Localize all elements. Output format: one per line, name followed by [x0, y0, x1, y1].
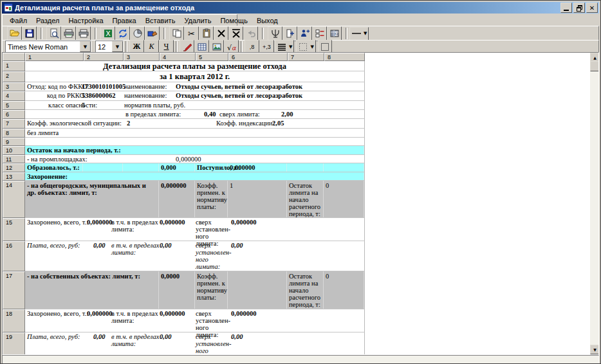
close-button[interactable]: ✕: [586, 3, 598, 13]
grid-row-body[interactable]: - на общегородских, муниципальных и др. …: [25, 181, 365, 218]
grid-row-body[interactable]: [25, 138, 365, 146]
chevron-down-icon[interactable]: ▼: [112, 41, 123, 52]
person-icon[interactable]: [297, 26, 312, 41]
grid-col-header[interactable]: 1: [25, 53, 84, 61]
link-cells-icon[interactable]: [312, 26, 327, 41]
delete-icon[interactable]: [214, 26, 228, 41]
minimize-button[interactable]: [560, 3, 572, 13]
grid-cell[interactable]: Остаток лимита на начало расчетного пери…: [287, 271, 324, 309]
grid-row-body[interactable]: Детализация расчета платы за размещение …: [25, 61, 365, 71]
grid-row-header[interactable]: 12: [3, 163, 25, 172]
grid-row-body[interactable]: - на собственных объектах: лимит, т:0,00…: [25, 271, 365, 309]
grid-row-body[interactable]: Захоронено, всего, т.:0,000000в т.ч. в п…: [25, 218, 365, 241]
grid-row-body[interactable]: в пределах лимита:0,40сверх лимита:2,00: [25, 110, 365, 119]
grid-row-header[interactable]: 2: [3, 71, 25, 82]
menu-item-правка[interactable]: Правка: [108, 16, 141, 25]
grid-row-header[interactable]: 14: [3, 181, 25, 218]
grid-cell[interactable]: - на общегородских, муниципальных и др. …: [25, 181, 159, 217]
borders-dropdown[interactable]: ▼: [296, 40, 315, 53]
paste-icon[interactable]: [199, 26, 214, 41]
menu-item-помощь[interactable]: Помощь: [216, 16, 252, 25]
grid-cell[interactable]: Коэфф. примен. к нормативу платы:: [195, 181, 228, 217]
grid-row-header[interactable]: 16: [3, 241, 25, 271]
grid-cell[interactable]: Коэфф. примен. к нормативу платы:: [195, 271, 228, 309]
grid-cell[interactable]: Образовалось, т.:: [25, 163, 83, 172]
grid-row-body[interactable]: за 1 квартал 2012 г.: [25, 71, 365, 82]
grid-cell[interactable]: 0,0000: [159, 271, 195, 309]
grid-cell[interactable]: Остаток лимита на начало расчетного пери…: [287, 181, 324, 217]
undo-icon[interactable]: [243, 26, 258, 41]
grid-row-header[interactable]: 11: [3, 155, 25, 163]
print-icon[interactable]: [76, 26, 91, 41]
grid-col-header[interactable]: 2: [84, 53, 124, 61]
align-dropdown[interactable]: ▼: [275, 40, 294, 53]
grid-cell[interactable]: 0: [324, 271, 364, 309]
chart-icon[interactable]: [130, 26, 145, 41]
grid-row-body[interactable]: без лимита: [25, 129, 365, 138]
grid-cell[interactable]: [287, 163, 324, 172]
grid-row-body[interactable]: код по РККО:5386000062наименование:Отход…: [25, 91, 365, 101]
grid-row-header[interactable]: 4: [3, 91, 25, 101]
grid-row-body[interactable]: Плата, всего, руб:0,00в т.ч. в пределах …: [25, 332, 365, 355]
restore-button[interactable]: [573, 3, 585, 13]
menu-item-вставить[interactable]: Вставить: [141, 16, 180, 25]
grid-row-header[interactable]: 8: [3, 129, 25, 138]
grid-row-body[interactable]: Образовалось, т.:0,000Поступило, т.:0,00…: [25, 163, 365, 172]
grid-cell[interactable]: [324, 163, 364, 172]
grid-row-header[interactable]: 7: [3, 119, 25, 129]
grid-cell[interactable]: 1: [228, 181, 287, 217]
vertical-scrollbar[interactable]: ▲ ▼: [590, 53, 598, 354]
grid-cell[interactable]: 0,000: [159, 163, 195, 172]
copy-icon[interactable]: [169, 26, 184, 41]
grid-cell[interactable]: - на собственных объектах: лимит, т:: [25, 271, 159, 309]
grid-row-body[interactable]: Коэфф. экологической ситуации:2Коэфф. ин…: [25, 119, 365, 129]
grid-row-header[interactable]: 10: [3, 146, 25, 155]
grid-row-header[interactable]: 15: [3, 218, 25, 241]
grid-col-header[interactable]: 3: [124, 53, 160, 61]
grid-col-header[interactable]: 5: [196, 53, 228, 61]
grid-cell[interactable]: Детализация расчета платы за размещение …: [25, 61, 364, 71]
scroll-down-icon[interactable]: ▼: [590, 345, 599, 354]
horizontal-scrollbar[interactable]: [2, 355, 599, 364]
grid-row-header[interactable]: 9: [3, 138, 25, 146]
grid-cell[interactable]: Остаток на начало периода, т.:: [25, 146, 364, 154]
grid-row-body[interactable]: Остаток на начало периода, т.:: [25, 146, 365, 155]
total-table-icon[interactable]: Σ: [327, 26, 342, 41]
grid-row-header[interactable]: 6: [3, 110, 25, 119]
grid-cell[interactable]: [123, 163, 159, 172]
send-icon[interactable]: [145, 26, 160, 41]
grid-cell[interactable]: 0,000000: [228, 163, 287, 172]
grid-row-body[interactable]: Отход: код по ФККО:1730010101005наименов…: [25, 82, 365, 91]
grid-row-body[interactable]: Захоронено, всего, т.:0,000000в т.ч. в п…: [25, 309, 365, 332]
line-style-dropdown[interactable]: ▼: [349, 27, 369, 41]
menu-item-файл[interactable]: Файл: [5, 16, 32, 25]
grid-col-header[interactable]: 4: [160, 53, 196, 61]
cut-icon[interactable]: ✂: [184, 26, 199, 41]
grid-col-header[interactable]: 6: [228, 53, 288, 61]
grid-row-header[interactable]: 19: [3, 332, 25, 355]
grid-row-header[interactable]: 17: [3, 271, 25, 309]
menu-item-выход[interactable]: Выход: [252, 16, 282, 25]
grid-row-body[interactable]: Плата, всего, руб:0,00в т.ч. в пределах …: [25, 241, 365, 271]
print-preview-icon[interactable]: [46, 26, 61, 41]
menu-item-настройка[interactable]: Настройка: [64, 16, 107, 25]
grid-row-header[interactable]: 1: [3, 61, 25, 71]
menu-item-раздел[interactable]: Раздел: [32, 16, 64, 25]
grid-row-body[interactable]: - на промплощадках:0,000000: [25, 155, 365, 163]
fill-square-dropdown[interactable]: [318, 40, 332, 53]
grid-cell[interactable]: 0: [324, 181, 364, 217]
grid-row-header[interactable]: 18: [3, 309, 25, 332]
open-folder-icon[interactable]: [7, 26, 22, 41]
grid-col-header[interactable]: 8: [324, 53, 365, 61]
delete-all-icon[interactable]: [228, 26, 243, 41]
grid-cell[interactable]: Захоронение:: [25, 172, 364, 180]
grid-cell[interactable]: 0,000000: [159, 181, 195, 217]
grid-cell[interactable]: [83, 163, 123, 172]
grid-cell[interactable]: за 1 квартал 2012 г.: [25, 71, 364, 82]
save-icon[interactable]: [22, 26, 37, 41]
chevron-down-icon[interactable]: ▼: [80, 41, 91, 52]
grid-row-body[interactable]: Захоронение:: [25, 172, 365, 181]
grid-row-header[interactable]: 5: [3, 101, 25, 110]
font-family-combo[interactable]: Times New Roman▼: [5, 41, 91, 53]
font-size-combo[interactable]: 12▼: [95, 41, 124, 53]
